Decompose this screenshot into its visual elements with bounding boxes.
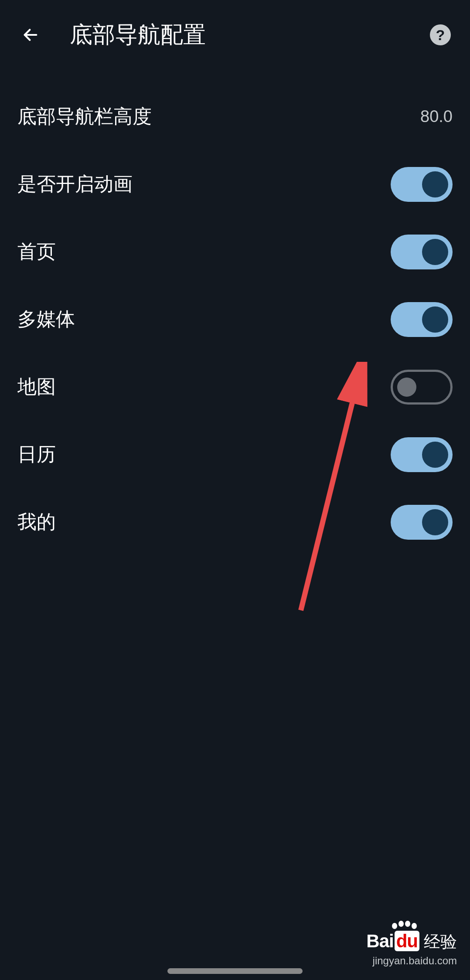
watermark-suffix: 经验 bbox=[424, 931, 457, 953]
setting-animation: 是否开启动画 bbox=[17, 150, 453, 218]
help-button[interactable]: ? bbox=[428, 23, 453, 47]
toggle-multimedia[interactable] bbox=[391, 302, 453, 337]
setting-home: 首页 bbox=[17, 218, 453, 286]
setting-label: 是否开启动画 bbox=[17, 171, 133, 197]
setting-calendar: 日历 bbox=[17, 421, 453, 488]
page-title: 底部导航配置 bbox=[70, 20, 428, 50]
toggle-thumb bbox=[422, 442, 448, 468]
watermark-url: jingyan.baidu.com bbox=[366, 955, 457, 967]
watermark: Baidu 经验 jingyan.baidu.com bbox=[366, 931, 457, 967]
setting-label: 底部导航栏高度 bbox=[17, 104, 152, 129]
toggle-map[interactable] bbox=[391, 370, 453, 405]
toggle-calendar[interactable] bbox=[391, 437, 453, 472]
back-button[interactable] bbox=[17, 22, 44, 48]
watermark-logo-text: Baidu bbox=[366, 931, 420, 952]
toggle-thumb bbox=[422, 239, 448, 265]
toggle-thumb bbox=[397, 378, 416, 397]
toggle-thumb bbox=[422, 509, 448, 535]
toggle-thumb bbox=[422, 171, 448, 197]
setting-label: 地图 bbox=[17, 374, 56, 400]
setting-label: 日历 bbox=[17, 442, 56, 467]
setting-value: 80.0 bbox=[420, 107, 453, 126]
toggle-animation[interactable] bbox=[391, 167, 453, 202]
home-indicator[interactable] bbox=[167, 968, 303, 974]
setting-label: 首页 bbox=[17, 239, 56, 265]
setting-label: 多媒体 bbox=[17, 306, 75, 332]
setting-mine: 我的 bbox=[17, 488, 453, 556]
toggle-thumb bbox=[422, 306, 448, 333]
setting-multimedia: 多媒体 bbox=[17, 286, 453, 353]
setting-label: 我的 bbox=[17, 509, 56, 535]
setting-map: 地图 bbox=[17, 353, 453, 421]
arrow-left-icon bbox=[22, 26, 39, 44]
toggle-home[interactable] bbox=[391, 235, 453, 269]
setting-nav-height[interactable]: 底部导航栏高度 80.0 bbox=[17, 83, 453, 150]
question-mark-icon: ? bbox=[430, 24, 451, 45]
toggle-mine[interactable] bbox=[391, 505, 453, 540]
